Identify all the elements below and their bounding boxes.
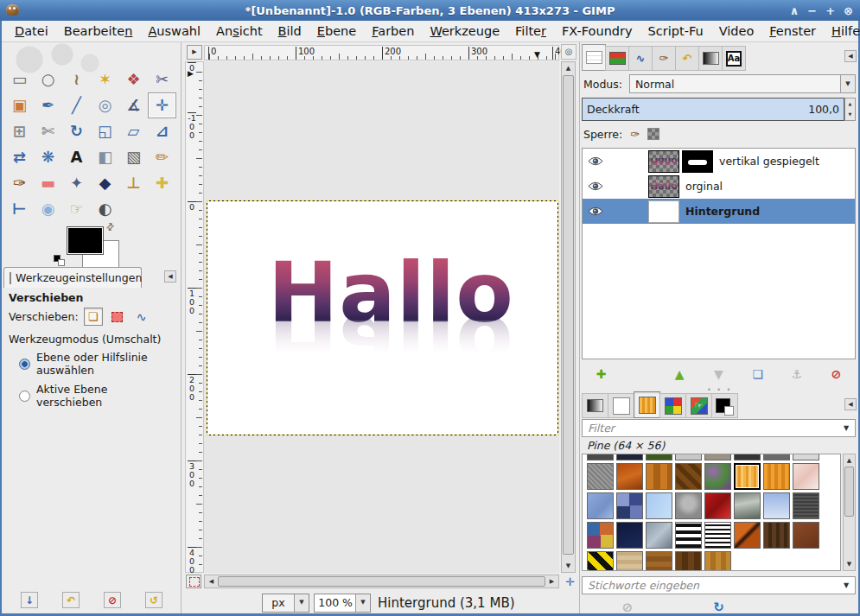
smudge-tool-icon[interactable]: ☞ (62, 196, 91, 222)
flip-tool-icon[interactable]: ⇄ (5, 144, 34, 170)
menu-datei[interactable]: Datei (7, 22, 56, 41)
pattern-swatch[interactable] (763, 454, 790, 460)
layer-name[interactable]: orginal (685, 180, 723, 193)
palettes-tab[interactable] (659, 393, 686, 418)
pattern-swatch[interactable] (763, 463, 790, 490)
scroll-left-arrow[interactable]: ◀ (205, 575, 218, 587)
pattern-swatch[interactable] (646, 454, 672, 460)
layer-thumbnail[interactable]: Hallo (648, 175, 679, 198)
foreground-select-tool-icon[interactable]: ▣ (5, 92, 34, 118)
vertical-ruler[interactable]: ▶ 0 -100 0 100 200 300 400 (185, 61, 204, 573)
menu-bearbeiten[interactable]: Bearbeiten (56, 22, 141, 41)
lower-layer-button[interactable]: ▼ (707, 365, 729, 384)
menu-ebene[interactable]: Ebene (309, 22, 364, 41)
delete-pattern-button[interactable]: ⊘ (616, 599, 639, 616)
pattern-swatch[interactable] (616, 463, 643, 490)
pattern-swatch[interactable] (704, 454, 731, 460)
tool-options-tab[interactable]: Werkzeugeinstellungen (3, 267, 142, 288)
papers-tab[interactable] (608, 393, 634, 418)
heal-tool-icon[interactable]: ✚ (148, 170, 176, 196)
layer-thumbnail[interactable]: Hallo (648, 150, 679, 173)
layer-mode-combo[interactable]: Normal ▼ (629, 74, 856, 93)
opacity-spin-up-icon[interactable]: ▲ (849, 102, 852, 106)
free-select-tool-icon[interactable]: ≀ (62, 67, 91, 92)
shear-tool-icon[interactable]: ▱ (119, 118, 148, 144)
pattern-scroll-up-icon[interactable]: ▲ (843, 454, 856, 467)
quick-mask-toggle[interactable] (186, 575, 201, 588)
gradient-tool-icon[interactable]: ▧ (119, 144, 148, 170)
restore-options-button[interactable]: ↶ (62, 592, 80, 608)
delete-layer-button[interactable]: ⊘ (825, 365, 847, 384)
pattern-swatch[interactable] (793, 492, 819, 519)
pattern-swatch[interactable] (793, 454, 819, 460)
blur-sharpen-tool-icon[interactable]: ◉ (34, 196, 62, 222)
pattern-swatch[interactable] (646, 522, 672, 549)
pattern-swatch[interactable] (646, 551, 672, 571)
menu-script-fu[interactable]: Script-Fu (640, 22, 711, 41)
menu-werkzeuge[interactable]: Werkzeuge (422, 22, 507, 41)
pattern-swatch[interactable] (616, 492, 643, 519)
layer-thumbnail[interactable] (648, 200, 679, 223)
layer-visibility-eye-icon[interactable] (583, 206, 608, 216)
shade-button[interactable]: ∧ (790, 5, 799, 16)
pattern-swatch[interactable] (704, 463, 731, 490)
fonts-dialog-tab[interactable]: Aa (722, 46, 746, 71)
fuzzy-select-tool-icon[interactable]: ✶ (91, 67, 119, 92)
move-path-toggle[interactable]: ∿ (132, 308, 151, 326)
opacity-spinner[interactable]: ▲ ▼ (844, 98, 856, 121)
pattern-swatch[interactable] (675, 492, 702, 519)
h-scrollbar-thumb[interactable] (218, 576, 545, 587)
pattern-swatch[interactable] (793, 522, 819, 549)
dodge-burn-tool-icon[interactable]: ◐ (91, 196, 119, 222)
new-layer-button[interactable]: ✚ (590, 365, 613, 384)
menu-fx-foundry[interactable]: FX-Foundry (554, 22, 640, 41)
undo-history-tab[interactable]: ↶ (675, 46, 699, 71)
pattern-swatch[interactable] (587, 492, 614, 519)
pattern-swatch[interactable] (616, 551, 643, 571)
pattern-swatch[interactable] (675, 454, 702, 460)
pattern-swatch[interactable] (587, 463, 614, 490)
pattern-swatch[interactable] (616, 522, 643, 549)
patterns-tab[interactable] (634, 391, 660, 418)
pattern-swatch[interactable] (675, 551, 702, 571)
opacity-spin-down-icon[interactable]: ▼ (849, 112, 852, 117)
swatches-tab[interactable]: ☞ (685, 393, 712, 418)
new-layer-group-button[interactable] (629, 365, 652, 384)
lock-pixels-icon[interactable]: ✑ (630, 129, 640, 140)
menu-fenster[interactable]: Fenster (761, 22, 824, 41)
pattern-swatch[interactable] (704, 492, 731, 519)
color-picker-tool-icon[interactable]: ╱ (62, 92, 91, 118)
zoom-tool-icon[interactable]: ◎ (91, 92, 119, 118)
pattern-swatch[interactable] (646, 492, 672, 519)
pattern-swatch[interactable] (763, 492, 790, 519)
titlebar[interactable]: *[Unbenannt]-1.0 (RGB-Farben, 3 Ebenen) … (0, 0, 860, 21)
paths-dialog-tab[interactable]: ∿ (628, 46, 653, 71)
menu-bild[interactable]: Bild (271, 22, 309, 41)
bucket-fill-tool-icon[interactable]: ◧ (91, 144, 119, 170)
menu-filter[interactable]: Filter (507, 22, 554, 41)
move-tool-icon[interactable]: ✛ (148, 92, 176, 118)
pattern-filter-combo[interactable]: Filter ▼ (582, 419, 856, 437)
tool-options-menu-button[interactable]: ◀ (164, 270, 176, 283)
measure-tool-icon[interactable]: ∡ (119, 92, 148, 118)
ellipse-select-tool-icon[interactable]: ○ (34, 67, 62, 92)
pattern-swatch[interactable] (793, 463, 819, 490)
menu-video[interactable]: Video (711, 22, 762, 41)
horizontal-scrollbar[interactable]: ◀ ▶ (204, 575, 559, 588)
zoom-combo[interactable]: 100 % ▼ (314, 594, 371, 613)
duplicate-layer-button[interactable]: ❏ (747, 365, 769, 384)
text-tool-icon[interactable]: A (62, 144, 91, 170)
swap-colors-icon[interactable]: ⇄ (104, 220, 116, 232)
layer-name[interactable]: Hintergrund (685, 205, 760, 218)
paintbrush-tool-icon[interactable]: ✑ (5, 170, 34, 196)
pattern-swatch[interactable] (675, 463, 702, 490)
reset-options-button[interactable]: ↺ (145, 592, 162, 608)
horizontal-ruler[interactable]: ▼ 0 100 200 300 40 (204, 45, 559, 60)
pencil-tool-icon[interactable]: ✏ (148, 144, 176, 170)
opacity-slider[interactable]: Deckkraft 100,0 (582, 98, 844, 121)
minimize-button[interactable]: − (807, 5, 817, 16)
move-selection-toggle[interactable] (108, 308, 127, 326)
pattern-swatch[interactable] (616, 454, 643, 460)
pattern-scrollbar[interactable]: ▲ ▼ (843, 454, 856, 571)
anchor-layer-button[interactable]: ⚓ (786, 365, 808, 384)
